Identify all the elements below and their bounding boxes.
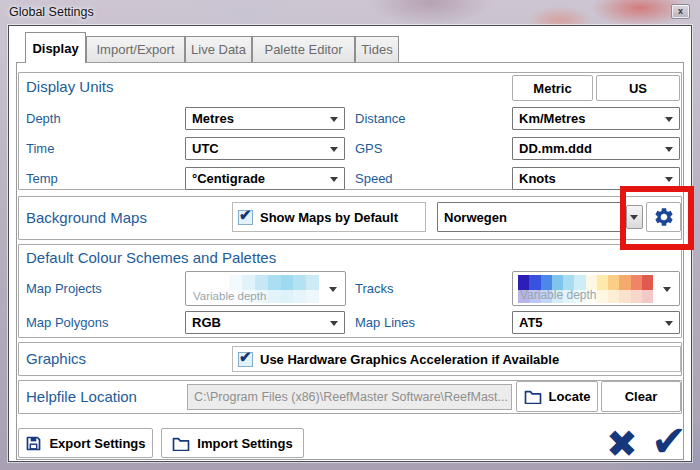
cancel-button[interactable]: ✖ <box>606 425 638 463</box>
folder-icon <box>172 436 190 451</box>
chevron-down-icon <box>330 177 338 182</box>
chevron-down-icon <box>665 321 673 326</box>
map-projects-palette-dropdown[interactable]: Variable depth <box>185 271 346 306</box>
chevron-down-icon <box>663 287 671 292</box>
chevron-down-icon <box>665 117 673 122</box>
global-settings-window: Global Settings x Display Import/Export … <box>0 0 700 470</box>
hardware-acceleration-label: Use Hardware Graphics Acceleration if Av… <box>260 352 559 367</box>
show-maps-checkbox[interactable]: ✔ Show Maps by Default <box>232 202 426 232</box>
map-projects-label: Map Projects <box>26 281 102 296</box>
helpfile-header: Helpfile Location <box>26 388 137 405</box>
import-settings-label: Import Settings <box>197 436 292 451</box>
temp-value: °Centigrade <box>192 171 265 186</box>
distance-dropdown[interactable]: Km/Metres <box>512 107 680 130</box>
checkmark-icon: ✔ <box>239 206 252 224</box>
background-map-value: Norwegen <box>444 210 507 225</box>
chevron-down-icon <box>330 117 338 122</box>
chevron-down-icon <box>665 177 673 182</box>
close-icon: x <box>678 7 683 16</box>
window-close-button[interactable]: x <box>671 4 690 19</box>
tab-import-export[interactable]: Import/Export <box>86 36 185 62</box>
graphics-header: Graphics <box>26 350 86 367</box>
temp-label: Temp <box>26 171 58 186</box>
helpfile-path-value: C:\Program Files (x86)\ReefMaster Softwa… <box>194 390 508 404</box>
map-projects-value: Variable depth <box>193 290 266 302</box>
map-polygons-dropdown[interactable]: RGB <box>185 311 345 334</box>
map-polygons-label: Map Polygons <box>26 315 108 330</box>
speed-value: Knots <box>519 171 556 186</box>
tab-import-export-label: Import/Export <box>96 42 174 57</box>
tracks-palette-dropdown[interactable]: Variable depth <box>512 271 680 306</box>
distance-value: Km/Metres <box>519 111 585 126</box>
checkmark-icon: ✔ <box>239 348 252 366</box>
tab-tides-label: Tides <box>361 42 392 57</box>
chevron-down-icon <box>329 287 337 292</box>
tracks-value: Variable depth <box>520 288 597 302</box>
time-label: Time <box>26 141 54 156</box>
speed-label: Speed <box>355 171 393 186</box>
time-value: UTC <box>192 141 219 156</box>
tab-live-data-label: Live Data <box>191 42 246 57</box>
helpfile-path-field: C:\Program Files (x86)\ReefMaster Softwa… <box>187 384 512 410</box>
map-polygons-value: RGB <box>192 315 221 330</box>
map-lines-label: Map Lines <box>355 315 415 330</box>
gps-dropdown[interactable]: DD.mm.ddd <box>512 137 680 160</box>
us-button[interactable]: US <box>596 75 680 101</box>
metric-button[interactable]: Metric <box>512 75 593 101</box>
export-settings-button[interactable]: Export Settings <box>18 428 153 458</box>
tab-display-label: Display <box>32 41 78 56</box>
temp-dropdown[interactable]: °Centigrade <box>185 167 345 190</box>
chevron-down-icon <box>665 147 673 152</box>
display-units-header: Display Units <box>26 78 114 95</box>
tab-display[interactable]: Display <box>25 32 86 63</box>
show-maps-label: Show Maps by Default <box>260 210 398 225</box>
export-settings-label: Export Settings <box>49 436 145 451</box>
checkbox-icon: ✔ <box>238 210 253 225</box>
colour-schemes-header: Default Colour Schemes and Palettes <box>26 249 276 266</box>
tab-live-data[interactable]: Live Data <box>185 36 252 62</box>
tab-palette-editor-label: Palette Editor <box>264 42 342 57</box>
clear-button[interactable]: Clear <box>601 381 681 412</box>
folder-icon <box>524 389 542 404</box>
map-projects-swatch <box>191 275 319 290</box>
cancel-x-icon: ✖ <box>606 423 638 465</box>
window-title: Global Settings <box>9 5 94 19</box>
import-settings-button[interactable]: Import Settings <box>161 428 304 458</box>
confirm-button[interactable]: ✔ <box>651 420 687 463</box>
confirm-check-icon: ✔ <box>651 417 687 465</box>
depth-label: Depth <box>26 111 61 126</box>
map-lines-value: AT5 <box>519 315 543 330</box>
time-dropdown[interactable]: UTC <box>185 137 345 160</box>
checkbox-icon: ✔ <box>238 352 253 367</box>
tracks-label: Tracks <box>355 281 394 296</box>
chevron-down-icon <box>330 147 338 152</box>
locate-button-label: Locate <box>549 389 591 404</box>
locate-button[interactable]: Locate <box>516 381 598 412</box>
metric-button-label: Metric <box>533 81 571 96</box>
distance-label: Distance <box>355 111 406 126</box>
chevron-down-icon <box>330 321 338 326</box>
highlight-rectangle <box>620 186 694 250</box>
gps-value: DD.mm.ddd <box>519 141 592 156</box>
depth-value: Metres <box>192 111 234 126</box>
background-maps-header: Background Maps <box>26 209 147 226</box>
background-map-combobox[interactable]: Norwegen <box>437 202 624 232</box>
tab-tides[interactable]: Tides <box>355 36 399 62</box>
tab-palette-editor[interactable]: Palette Editor <box>252 36 355 62</box>
us-button-label: US <box>629 81 647 96</box>
map-lines-dropdown[interactable]: AT5 <box>512 311 680 334</box>
depth-dropdown[interactable]: Metres <box>185 107 345 130</box>
save-icon <box>25 435 42 452</box>
hardware-acceleration-checkbox[interactable]: ✔ Use Hardware Graphics Acceleration if … <box>232 346 681 372</box>
gps-label: GPS <box>355 141 382 156</box>
clear-button-label: Clear <box>625 389 658 404</box>
